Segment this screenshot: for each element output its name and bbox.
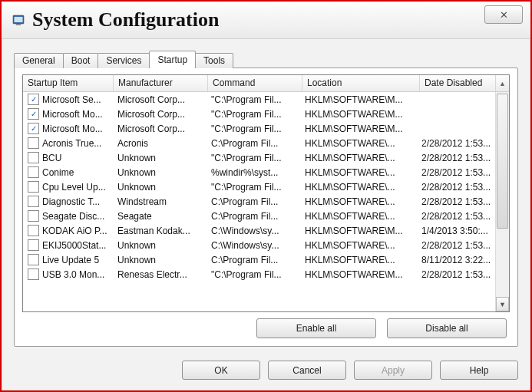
help-button[interactable]: Help [440, 361, 518, 380]
apply-button[interactable]: Apply [354, 361, 432, 380]
cell-command: C:\Program Fil... [207, 196, 300, 207]
titlebar: System Configuration ✕ [2, 2, 530, 39]
col-manufacturer[interactable]: Manufacturer [114, 75, 208, 91]
checkbox[interactable] [28, 225, 39, 236]
cell-command: C:\Program Fil... [207, 211, 300, 222]
panel-buttons: Enable all Disable all [22, 318, 510, 338]
cell-location: HKLM\SOFTWARE\... [300, 167, 417, 178]
checkbox[interactable] [28, 254, 39, 265]
cell-manufacturer: Unknown [113, 153, 207, 163]
tab-startup[interactable]: Startup [149, 51, 196, 68]
tab-general[interactable]: General [14, 53, 64, 68]
cell-location: HKLM\SOFTWARE\M... [300, 124, 417, 134]
checkbox[interactable] [28, 210, 39, 222]
col-command[interactable]: Command [208, 75, 302, 91]
svg-rect-2 [16, 24, 21, 25]
cell-command: "C:\Program Fil... [207, 153, 300, 163]
table-row[interactable]: EKIJ5000Stat...UnknownC:\Windows\sy...HK… [23, 238, 496, 252]
checkbox[interactable]: ✓ [28, 123, 39, 134]
table-row[interactable]: Diagnostic T...WindstreamC:\Program Fil.… [23, 194, 496, 209]
checkbox[interactable] [28, 196, 39, 207]
cell-item: BCU [42, 153, 61, 163]
cell-location: HKLM\SOFTWARE\M... [300, 269, 417, 280]
col-date-disabled[interactable]: Date Disabled [420, 75, 495, 91]
cell-command: "C:\Program Fil... [207, 269, 300, 280]
vertical-scrollbar[interactable]: ▼ [495, 92, 509, 311]
col-startup-item[interactable]: Startup Item [23, 75, 114, 91]
table-row[interactable]: KODAK AiO P...Eastman Kodak...C:\Windows… [23, 223, 496, 238]
cell-location: HKLM\SOFTWARE\M... [300, 226, 417, 236]
cell-date-disabled: 2/28/2012 1:53... [417, 269, 496, 280]
scrollbar-track[interactable] [496, 92, 509, 297]
dialog-buttons: OK Cancel Apply Help [2, 354, 530, 390]
cell-manufacturer: Unknown [113, 255, 207, 265]
window: System Configuration ✕ General Boot Serv… [2, 2, 530, 390]
cell-date-disabled: 2/28/2012 1:53... [417, 182, 496, 193]
cell-date-disabled: 2/28/2012 1:53... [417, 167, 496, 178]
tab-services[interactable]: Services [97, 53, 150, 68]
cell-date-disabled: 8/11/2012 3:22... [417, 255, 496, 265]
cell-location: HKLM\SOFTWARE\... [300, 182, 417, 193]
scroll-up-header[interactable]: ▲ [495, 75, 509, 91]
cell-location: HKLM\SOFTWARE\M... [300, 109, 417, 120]
tab-tools[interactable]: Tools [195, 53, 233, 68]
cell-manufacturer: Microsoft Corp... [113, 94, 207, 105]
cell-command: "C:\Program Fil... [207, 124, 300, 134]
close-button[interactable]: ✕ [484, 5, 523, 24]
cell-item: Seagate Disc... [42, 211, 104, 222]
cell-item: Cpu Level Up... [42, 182, 106, 193]
cell-command: C:\Program Fil... [207, 255, 300, 265]
ok-button[interactable]: OK [182, 361, 260, 380]
enable-all-button[interactable]: Enable all [256, 318, 376, 338]
disable-all-button[interactable]: Disable all [387, 318, 507, 338]
checkbox[interactable] [28, 152, 39, 163]
table-row[interactable]: BCUUnknown"C:\Program Fil...HKLM\SOFTWAR… [23, 150, 496, 165]
cell-command: "C:\Program Fil... [207, 109, 300, 120]
table-row[interactable]: Cpu Level Up...Unknown"C:\Program Fil...… [23, 180, 496, 194]
cell-manufacturer: Microsoft Corp... [113, 109, 207, 120]
window-title: System Configuration [32, 10, 484, 30]
cell-item: Live Update 5 [42, 255, 99, 265]
checkbox[interactable] [28, 268, 39, 280]
cell-date-disabled: 2/28/2012 1:53... [417, 138, 496, 149]
startup-listview: Startup Item Manufacturer Command Locati… [22, 74, 510, 312]
checkbox[interactable]: ✓ [28, 108, 39, 120]
table-row[interactable]: ✓Microsoft Mo...Microsoft Corp..."C:\Pro… [23, 107, 496, 121]
cell-manufacturer: Microsoft Corp... [113, 124, 207, 134]
cell-date-disabled: 2/28/2012 1:53... [417, 196, 496, 207]
cell-date-disabled: 2/28/2012 1:53... [417, 211, 496, 222]
col-location[interactable]: Location [302, 75, 420, 91]
cell-location: HKLM\SOFTWARE\... [300, 153, 417, 163]
checkbox[interactable] [28, 166, 39, 178]
table-row[interactable]: Seagate Disc...SeagateC:\Program Fil...H… [23, 209, 496, 223]
cell-command: C:\Windows\sy... [207, 226, 300, 236]
table-row[interactable]: Live Update 5UnknownC:\Program Fil...HKL… [23, 252, 496, 267]
table-row[interactable]: ✓Microsoft Se...Microsoft Corp..."C:\Pro… [23, 92, 496, 107]
scroll-down-button[interactable]: ▼ [496, 297, 509, 311]
cell-command: C:\Windows\sy... [207, 240, 300, 251]
table-row[interactable]: ✓Microsoft Mo...Microsoft Corp..."C:\Pro… [23, 121, 496, 136]
app-icon [12, 14, 25, 26]
checkbox[interactable] [28, 239, 39, 251]
cell-location: HKLM\SOFTWARE\... [300, 240, 417, 251]
listview-header: Startup Item Manufacturer Command Locati… [23, 75, 509, 92]
cell-item: Acronis True... [42, 138, 101, 149]
checkbox[interactable] [28, 181, 39, 193]
table-row[interactable]: USB 3.0 Mon...Renesas Electr..."C:\Progr… [23, 267, 496, 282]
checkbox[interactable] [28, 137, 39, 149]
cancel-button[interactable]: Cancel [268, 361, 346, 380]
cell-item: KODAK AiO P... [42, 226, 107, 236]
scrollbar-thumb[interactable] [497, 94, 508, 229]
cell-item: Microsoft Se... [42, 94, 101, 105]
cell-location: HKLM\SOFTWARE\... [300, 211, 417, 222]
cell-manufacturer: Acronis [113, 138, 207, 149]
cell-manufacturer: Eastman Kodak... [113, 226, 207, 236]
cell-location: HKLM\SOFTWARE\... [300, 255, 417, 265]
table-row[interactable]: Acronis True...AcronisC:\Program Fil...H… [23, 136, 496, 150]
client-area: General Boot Services Startup Tools Star… [2, 39, 530, 354]
checkbox[interactable]: ✓ [28, 94, 39, 105]
tab-boot[interactable]: Boot [63, 53, 99, 68]
tabstrip: General Boot Services Startup Tools [14, 50, 518, 68]
table-row[interactable]: ConimeUnknown%windir%\syst...HKLM\SOFTWA… [23, 165, 496, 180]
cell-item: Diagnostic T... [42, 196, 100, 207]
